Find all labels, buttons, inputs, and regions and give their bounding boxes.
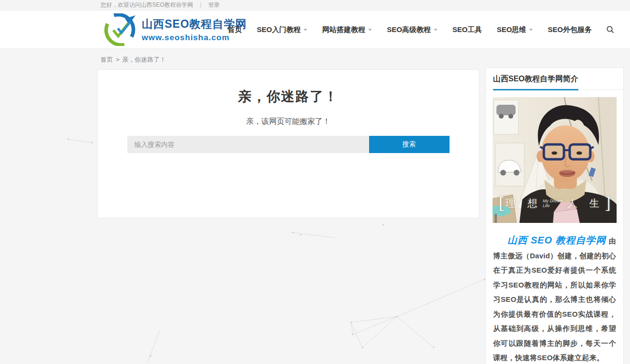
widget-header: 山西SEO教程自学网简介 <box>486 68 623 90</box>
blogger-photo: [ 理 想 My Dream Life 人 生 ] <box>493 97 617 223</box>
search-icon <box>606 25 615 34</box>
nav-item-site-building[interactable]: 网站搭建教程 <box>322 25 372 34</box>
site-header: 山西SEO教程自学网 www.seoshisha.com 首页 SEO入门教程 … <box>0 11 630 49</box>
search-form: 搜索 <box>127 136 450 153</box>
chevron-down-icon <box>434 29 438 31</box>
not-found-card: 亲，你迷路了！ 亲，该网页可能搬家了！ 搜索 <box>97 69 479 218</box>
welcome-text: 您好，欢迎访问山西SEO教程自学网 <box>101 1 193 8</box>
header-search-button[interactable] <box>606 25 615 34</box>
search-submit-button[interactable]: 搜索 <box>369 136 450 153</box>
nav-item-seo-thinking[interactable]: SEO思维 <box>497 25 533 34</box>
nav-item-home[interactable]: 首页 <box>228 25 242 34</box>
swirl-globe-logo-icon <box>102 13 136 46</box>
intro-body-text: 由博主傲远（David）创建，创建的初心在于真正为SEO爱好者提供一个系统学习S… <box>493 237 616 362</box>
breadcrumb-current: 亲，你迷路了！ <box>123 56 166 63</box>
blogger-intro-text: 山西 SEO 教程自学网由博主傲远（David）创建，创建的初心在于真正为SEO… <box>493 233 616 364</box>
login-link[interactable]: 登录 <box>208 1 220 8</box>
sidebar-intro-widget: 山西SEO教程自学网简介 <box>485 67 624 364</box>
caption-word-ideal: 理 想 <box>506 197 542 210</box>
chevron-down-icon <box>368 29 372 31</box>
page-title: 亲，你迷路了！ <box>98 88 479 106</box>
nav-item-seo-tools[interactable]: SEO工具 <box>452 25 482 34</box>
topbar-divider: ｜ <box>198 1 203 8</box>
caption-word-life: 人 生 <box>567 197 604 210</box>
intro-site-name: 山西 SEO 教程自学网 <box>507 235 606 245</box>
breadcrumb-home-link[interactable]: 首页 <box>101 56 113 63</box>
top-bar: 您好，欢迎访问山西SEO教程自学网｜登录 <box>0 0 630 11</box>
main-nav: 首页 SEO入门教程 网站搭建教程 SEO高级教程 SEO工具 SEO思维 SE… <box>213 11 621 49</box>
breadcrumb-separator: > <box>116 56 120 63</box>
nav-item-seo-beginner[interactable]: SEO入门教程 <box>257 25 308 34</box>
photo-caption: [ 理 想 My Dream Life 人 生 ] <box>493 196 617 210</box>
page-subtitle: 亲，该网页可能搬家了！ <box>98 117 479 127</box>
caption-small-text: My Dream Life <box>543 199 563 208</box>
nav-item-seo-outsourcing[interactable]: SEO外包服务 <box>548 25 592 34</box>
caption-bracket-right: ] <box>605 196 611 210</box>
caption-bracket-left: [ <box>498 196 505 210</box>
breadcrumb: 首页>亲，你迷路了！ <box>0 49 630 64</box>
chevron-down-icon <box>304 29 307 31</box>
chevron-down-icon <box>529 29 533 31</box>
widget-title: 山西SEO教程自学网简介 <box>493 74 578 90</box>
search-input[interactable] <box>127 136 369 153</box>
nav-item-seo-advanced[interactable]: SEO高级教程 <box>387 25 438 34</box>
